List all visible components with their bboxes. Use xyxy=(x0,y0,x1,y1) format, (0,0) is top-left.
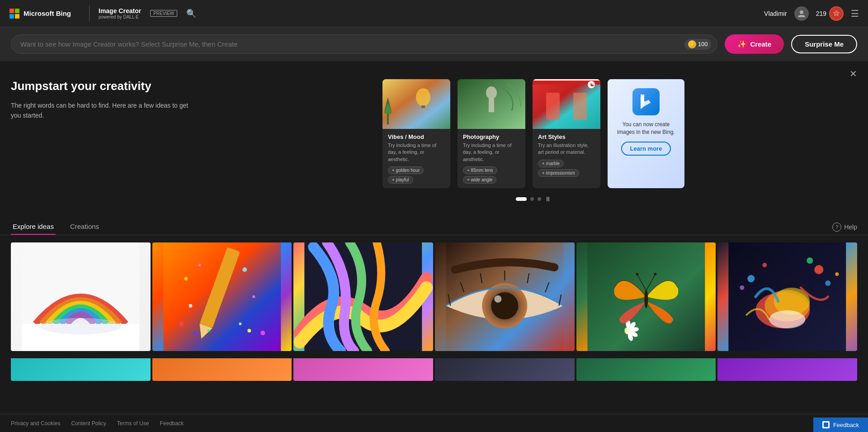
image-creator-block: Image Creator powered by DALL·E PREVIEW xyxy=(99,7,177,20)
tab-creations-label: Creations xyxy=(70,223,99,230)
content-policy-link[interactable]: Content Policy xyxy=(71,420,106,427)
image-cell-butterfly[interactable] xyxy=(576,242,716,351)
image-partial-5[interactable] xyxy=(576,358,716,381)
search-input[interactable] xyxy=(11,34,717,54)
search-input-wrapper: ⚡ 100 xyxy=(11,34,717,54)
close-hero-button[interactable]: ✕ xyxy=(849,68,857,79)
svg-point-32 xyxy=(239,323,241,325)
avatar[interactable] xyxy=(794,6,809,21)
svg-point-6 xyxy=(416,88,430,106)
bolt-icon: ⚡ xyxy=(688,40,696,48)
svg-point-71 xyxy=(769,310,806,328)
pagination-dots: ⏸ xyxy=(516,195,551,203)
vibes-tag-2[interactable]: + playful xyxy=(388,176,413,184)
photography-card-desc: Try including a time of day, a feeling, … xyxy=(463,142,520,163)
image-cell-ribbons[interactable] xyxy=(293,242,433,351)
hero-card-photography[interactable]: Photography Try including a time of day,… xyxy=(458,79,525,188)
svg-rect-13 xyxy=(489,99,494,112)
svg-point-27 xyxy=(184,277,188,280)
feedback-button[interactable]: Feedback xyxy=(813,418,868,432)
art-tag-1[interactable]: + marble xyxy=(538,160,564,167)
reward-icon[interactable] xyxy=(829,6,844,21)
svg-rect-2 xyxy=(9,14,14,19)
image-partial-6[interactable] xyxy=(717,358,857,381)
dot-2[interactable] xyxy=(530,197,534,201)
svg-point-67 xyxy=(826,280,831,286)
hero-cards-area: Vibes / Mood Try including a time of day… xyxy=(210,79,857,203)
header-divider xyxy=(89,5,90,22)
vibes-tag-1[interactable]: + golden hour xyxy=(388,166,424,174)
dot-3[interactable] xyxy=(538,197,541,201)
tab-creations[interactable]: Creations xyxy=(68,219,101,235)
image-cell-pencil[interactable] xyxy=(152,242,292,351)
svg-point-35 xyxy=(207,329,210,332)
hero-cards: Vibes / Mood Try including a time of day… xyxy=(210,79,857,188)
footer-feedback-link[interactable]: Feedback xyxy=(160,420,184,427)
svg-text:☯: ☯ xyxy=(590,81,595,88)
svg-rect-5 xyxy=(382,79,450,129)
vibes-card-body: Vibes / Mood Try including a time of day… xyxy=(382,129,450,188)
user-icon xyxy=(797,9,806,18)
tab-explore-ideas[interactable]: Explore ideas xyxy=(11,219,56,235)
svg-point-30 xyxy=(252,295,255,298)
coin-count: 100 xyxy=(698,41,708,47)
terms-link[interactable]: Terms of Use xyxy=(117,420,149,427)
art-illustration: ☯ xyxy=(533,79,600,129)
image-partial-2[interactable] xyxy=(152,358,292,381)
learn-more-label: Learn more xyxy=(630,145,662,152)
photography-card-title: Photography xyxy=(463,133,520,140)
photo-illustration xyxy=(458,79,525,129)
hamburger-icon[interactable]: ☰ xyxy=(851,8,859,19)
image-partial-3[interactable] xyxy=(293,358,433,381)
search-coin-badge: ⚡ 100 xyxy=(684,39,712,50)
feedback-icon xyxy=(822,421,830,428)
svg-point-33 xyxy=(179,322,184,326)
hero-section: ✕ Jumpstart your creativity The right wo… xyxy=(0,61,868,212)
image-cell-eye[interactable] xyxy=(435,242,575,351)
header: Microsoft Bing Image Creator powered by … xyxy=(0,0,868,27)
bing-b-icon xyxy=(637,93,655,111)
hero-card-vibes[interactable]: Vibes / Mood Try including a time of day… xyxy=(382,79,450,188)
svg-point-4 xyxy=(800,10,803,14)
svg-point-70 xyxy=(763,263,767,267)
bing-logo[interactable]: Microsoft Bing xyxy=(9,8,71,19)
image-partial-4[interactable] xyxy=(435,358,575,381)
pause-icon[interactable]: ⏸ xyxy=(545,195,551,203)
art-card-desc: Try an illustration style, art period or… xyxy=(538,142,595,156)
photography-card-tags: + 85mm lens + wide angle xyxy=(463,166,520,184)
bing-logo-text: Microsoft Bing xyxy=(24,9,71,17)
help-button[interactable]: ? Help xyxy=(832,223,857,232)
image-cell-rainbow[interactable] xyxy=(11,242,151,351)
svg-rect-1 xyxy=(15,9,19,13)
bing-new-logo xyxy=(632,88,660,115)
image-creator-title: Image Creator xyxy=(99,7,141,15)
header-right: Vladimir 219 ☰ xyxy=(764,6,859,21)
create-button[interactable]: ✨ Create xyxy=(725,34,784,54)
svg-point-23 xyxy=(40,318,121,334)
bing-new-card: You can now create images in the new Bin… xyxy=(608,79,684,188)
learn-more-button[interactable]: Learn more xyxy=(621,142,671,156)
photo-tag-1[interactable]: + 85mm lens xyxy=(463,166,497,174)
art-tag-2[interactable]: + impressionism xyxy=(538,169,579,177)
image-cell-splash[interactable] xyxy=(717,242,857,351)
tab-explore-label: Explore ideas xyxy=(13,223,54,230)
image-partial-1[interactable] xyxy=(11,358,151,381)
hero-card-art[interactable]: ☯ Art Styles Try an illustration style, … xyxy=(533,79,600,188)
search-icon[interactable]: 🔍 xyxy=(186,9,196,19)
butterfly-illustration xyxy=(576,242,716,351)
eye-illustration xyxy=(435,242,575,351)
svg-point-36 xyxy=(247,329,251,332)
rainbow-illustration xyxy=(11,242,151,351)
svg-point-41 xyxy=(491,292,518,319)
dot-1[interactable] xyxy=(516,197,527,201)
art-card-image: ☯ xyxy=(533,79,600,129)
svg-point-68 xyxy=(835,272,839,276)
svg-point-34 xyxy=(193,331,197,335)
photo-tag-2[interactable]: + wide angle xyxy=(463,176,496,184)
surprise-button[interactable]: Surprise Me xyxy=(791,35,857,53)
svg-point-28 xyxy=(198,264,201,266)
privacy-link[interactable]: Privacy and Cookies xyxy=(11,420,60,427)
image-grid xyxy=(0,235,868,358)
hero-description: The right words can be hard to find. Her… xyxy=(11,100,192,121)
svg-rect-0 xyxy=(9,9,14,13)
